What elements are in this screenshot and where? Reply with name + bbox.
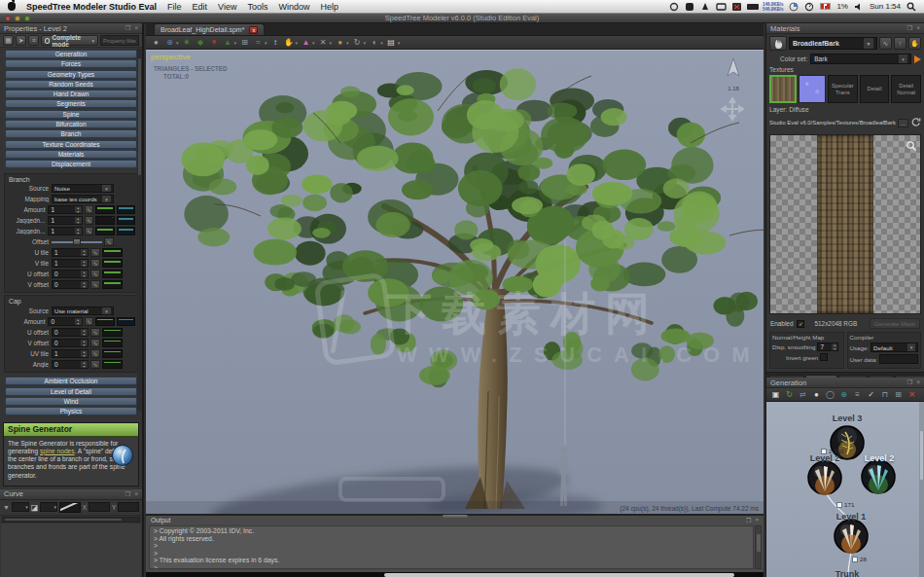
curve-thumbnail[interactable] [117, 317, 135, 326]
properties-panel-header[interactable]: Properties - Level 2 ❐× [0, 23, 142, 34]
node-label-level3[interactable]: Level 3 [813, 414, 881, 423]
eject-error-icon[interactable] [731, 2, 741, 11]
curve-thumbnail[interactable] [102, 280, 123, 289]
measure-tool-icon[interactable]: ↕ [270, 37, 281, 48]
material-options-icon[interactable]: ∿ [879, 37, 892, 50]
sphere-icon[interactable]: ● [811, 389, 822, 400]
curve-toggle-button[interactable]: ∿ [85, 227, 93, 235]
detail-normal-slot[interactable]: Detail Normal [891, 75, 921, 103]
zoom-texture-icon[interactable] [906, 138, 917, 156]
window-titlebar[interactable]: SpeedTree Modeler v6.0.0 (Studio Edition… [0, 14, 924, 23]
view-mode-label[interactable]: perspective [151, 53, 191, 61]
grid-icon[interactable]: ⊞ [893, 389, 904, 400]
branch-jaggedness-spinner[interactable]: 1▴▾ [48, 216, 82, 225]
curve-toggle-button[interactable]: ∿ [85, 216, 93, 225]
usage-select[interactable]: Default▾ [871, 343, 918, 352]
node-level1[interactable] [833, 518, 870, 555]
network-speed[interactable]: 146.0KB/s 546.0KB/s [763, 2, 784, 12]
detail-slot[interactable]: Detail [860, 75, 890, 103]
close-panel-icon[interactable]: × [755, 517, 759, 523]
section-hand-drawn[interactable]: Hand Drawn [5, 90, 137, 98]
section-forces[interactable]: Forces [5, 59, 137, 68]
close-panel-icon[interactable]: × [134, 490, 138, 498]
curve-thumbnail[interactable] [102, 339, 123, 347]
curve-toggle-button[interactable]: ∿ [90, 259, 100, 268]
generator-graph[interactable]: Level 3 2,350 Level 2 Level 2 171 Level … [766, 402, 924, 577]
diffuse-texture-thumb[interactable] [769, 75, 797, 103]
color-set-select[interactable]: Bark▾ [810, 54, 911, 64]
section-branch[interactable]: Branch [5, 129, 137, 138]
section-ambient-occlusion[interactable]: Ambient Occlusion [5, 377, 137, 385]
curve-thumbnail[interactable] [102, 360, 123, 369]
specular-trans-slot[interactable]: Specular Trans [828, 75, 858, 103]
curve-preview[interactable] [59, 502, 81, 513]
scissors-tool-icon[interactable]: ✕ [318, 37, 329, 48]
section-random-seeds[interactable]: Random Seeds [5, 80, 137, 89]
display-icon[interactable] [716, 2, 726, 11]
node-label-level2b-selected[interactable]: Level 2 [845, 453, 913, 463]
zoom-window-button[interactable] [24, 16, 30, 21]
cap-uvtile-spinner[interactable]: 1▴▾ [52, 349, 89, 358]
section-level-of-detail[interactable]: Level of Detail [5, 387, 137, 396]
branch-utile-spinner[interactable]: 1▴▾ [52, 248, 89, 257]
close-panel-icon[interactable]: × [134, 24, 138, 32]
cap-amount-spinner[interactable]: 0▴▾ [48, 317, 82, 326]
delete-generator-icon[interactable]: ✕ [906, 389, 917, 400]
branch-offset-slider[interactable] [52, 237, 102, 246]
cap-uoffset-spinner[interactable]: 0▴▾ [52, 328, 89, 337]
section-spine[interactable]: Spine [5, 110, 137, 119]
branch-source-select[interactable]: Noise▾ [52, 184, 114, 193]
grid-view-icon[interactable]: ▦ [3, 35, 14, 46]
curve-thumbnail[interactable] [95, 205, 114, 214]
curve-thumbnail[interactable] [95, 317, 114, 326]
menu-file[interactable]: File [167, 2, 182, 12]
invert-green-checkbox[interactable] [820, 353, 828, 361]
apply-color-set-arrow-icon[interactable] [914, 55, 921, 63]
curve-thumbnail[interactable] [102, 259, 123, 268]
reload-texture-icon[interactable] [910, 114, 921, 131]
branch-jaggedness2-spinner[interactable]: 1▴▾ [48, 227, 82, 235]
screenshot-icon[interactable]: ▤ [386, 37, 397, 48]
filter-icon[interactable]: ▼ [3, 504, 10, 511]
import-material-icon[interactable]: ↑ [894, 37, 906, 50]
section-generation[interactable]: Generation [5, 50, 137, 58]
clock-pie-icon[interactable] [789, 2, 799, 11]
lock-icon[interactable]: ⊓ [879, 389, 890, 400]
menu-help[interactable]: Help [320, 2, 338, 12]
curve-thumbnail[interactable] [117, 216, 135, 225]
float-panel-icon[interactable]: ❐ [124, 490, 130, 498]
tree-node-icon[interactable]: ⊕ [838, 389, 849, 400]
minimize-window-button[interactable] [15, 16, 20, 21]
curve-toggle-button[interactable]: ∿ [90, 270, 100, 278]
branch-vtile-spinner[interactable]: 1▴▾ [52, 259, 89, 268]
cloud-render-icon[interactable]: ◖ [369, 37, 379, 48]
validate-icon[interactable]: ✓ [866, 389, 876, 400]
battery-percent[interactable]: 1% [836, 2, 848, 11]
eraser-icon[interactable]: ◪ [31, 503, 39, 512]
section-physics[interactable]: Physics [5, 407, 137, 415]
section-wind[interactable]: Wind [5, 397, 137, 406]
close-panel-icon[interactable]: × [916, 379, 920, 386]
cap-source-select[interactable]: Use material▾ [52, 307, 114, 315]
properties-scrollbar[interactable] [137, 49, 142, 411]
tree-tool-icon[interactable]: ▲ [223, 37, 233, 48]
light-direction-gizmo[interactable]: 1.18 [721, 56, 746, 91]
apple-menu-icon[interactable] [8, 2, 16, 11]
menu-app-name[interactable]: SpeedTree Modeler Studio Eval [26, 2, 157, 12]
property-filter-input[interactable] [100, 35, 139, 46]
node-level2b[interactable] [860, 458, 897, 495]
float-panel-icon[interactable]: ❐ [906, 379, 912, 386]
section-displacement[interactable]: Displacement [5, 160, 137, 168]
branch-uoffset-spinner[interactable]: 0▴▾ [52, 270, 89, 278]
paint-tool-icon[interactable]: ▲ [301, 37, 311, 48]
curve-thumbnail[interactable] [102, 349, 123, 358]
translate-gizmo[interactable] [721, 97, 744, 125]
branch-voffset-spinner[interactable]: 0▴▾ [52, 280, 89, 289]
input-language-flag-icon[interactable] [820, 3, 831, 10]
curve-thumbnail[interactable] [117, 205, 135, 214]
disp-smoothing-spinner[interactable]: 7▴▾ [817, 343, 838, 351]
curve-thumbnail[interactable] [102, 270, 123, 278]
loop-icon[interactable]: ◯ [825, 389, 835, 400]
curve-y-field[interactable] [118, 502, 139, 512]
menu-tools[interactable]: Tools [247, 2, 267, 12]
